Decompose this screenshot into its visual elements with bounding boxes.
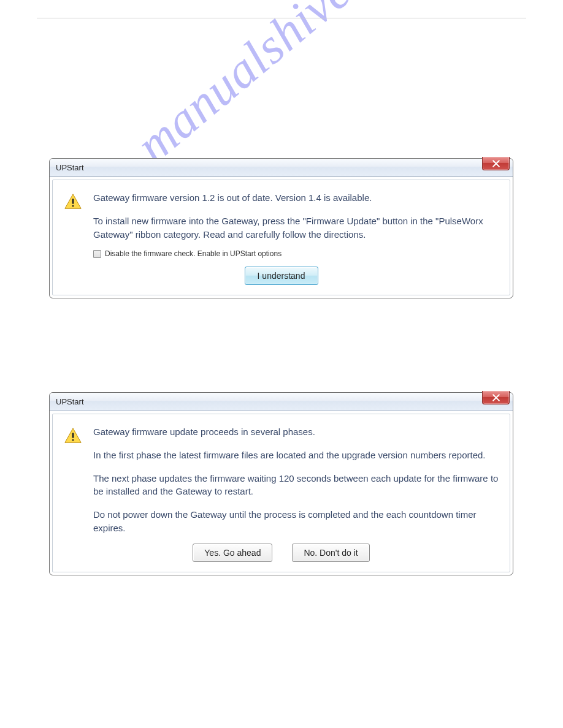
firmware-update-confirm-dialog: UPStart Gateway firmware update proceeds…	[49, 392, 513, 575]
footer-divider	[37, 18, 526, 18]
message-line-1: Gateway firmware version 1.2 is out of d…	[93, 191, 499, 205]
window-title: UPStart	[56, 397, 84, 406]
close-button[interactable]	[482, 391, 510, 404]
svg-rect-2	[72, 433, 74, 438]
close-icon	[492, 160, 500, 167]
message-line-3: The next phase updates the firmware wait…	[93, 472, 499, 499]
dialog-body: Gateway firmware version 1.2 is out of d…	[52, 180, 510, 295]
warning-icon	[64, 427, 82, 445]
svg-rect-1	[72, 205, 74, 207]
dialog-body: Gateway firmware update proceeds in seve…	[52, 414, 510, 572]
watermark-text: manualshive.com	[125, 0, 438, 175]
message-line-2: In the first phase the latest firmware f…	[93, 449, 499, 462]
yes-go-ahead-button[interactable]: Yes. Go ahead	[193, 544, 272, 562]
message-line-4: Do not power down the Gateway until the …	[93, 508, 499, 535]
titlebar[interactable]: UPStart	[50, 159, 513, 177]
titlebar[interactable]: UPStart	[50, 393, 513, 411]
svg-rect-3	[72, 439, 74, 441]
close-icon	[492, 394, 500, 401]
i-understand-button[interactable]: I understand	[245, 267, 318, 285]
message-text: Gateway firmware version 1.2 is out of d…	[93, 191, 499, 241]
checkbox-label: Disable the firmware check. Enable in UP…	[105, 249, 282, 258]
message-text: Gateway firmware update proceeds in seve…	[93, 425, 499, 535]
checkbox-icon[interactable]	[93, 250, 101, 258]
close-button[interactable]	[482, 157, 510, 170]
no-dont-do-it-button[interactable]: No. Don't do it	[292, 544, 369, 562]
firmware-outdated-dialog: UPStart Gateway firmware version 1.2 is …	[49, 158, 513, 298]
disable-check-row[interactable]: Disable the firmware check. Enable in UP…	[93, 249, 499, 258]
window-title: UPStart	[56, 163, 84, 172]
svg-rect-0	[72, 199, 74, 203]
warning-icon	[64, 192, 82, 211]
message-line-2: To install new firmware into the Gateway…	[93, 214, 499, 241]
message-line-1: Gateway firmware update proceeds in seve…	[93, 425, 499, 439]
